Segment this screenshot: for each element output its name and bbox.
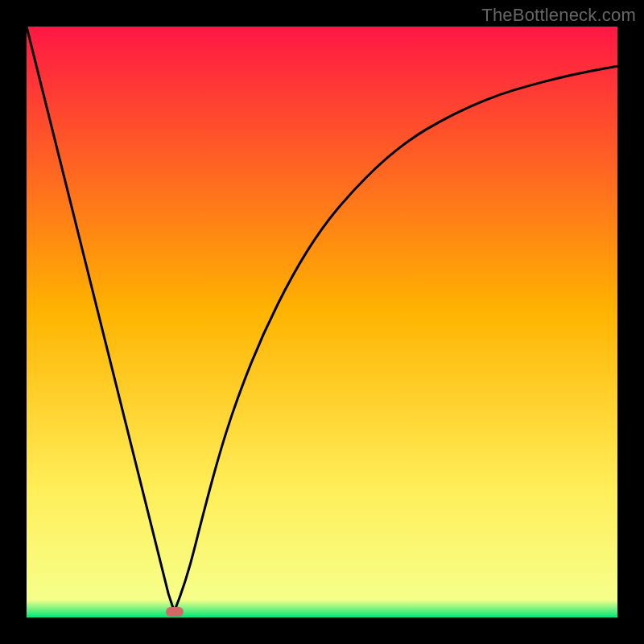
chart-frame: TheBottleneck.com xyxy=(0,0,644,644)
chart-svg xyxy=(27,27,617,617)
gradient-background xyxy=(27,27,617,617)
watermark-text: TheBottleneck.com xyxy=(481,5,636,26)
plot-area xyxy=(27,27,617,617)
minimum-marker xyxy=(166,607,184,617)
